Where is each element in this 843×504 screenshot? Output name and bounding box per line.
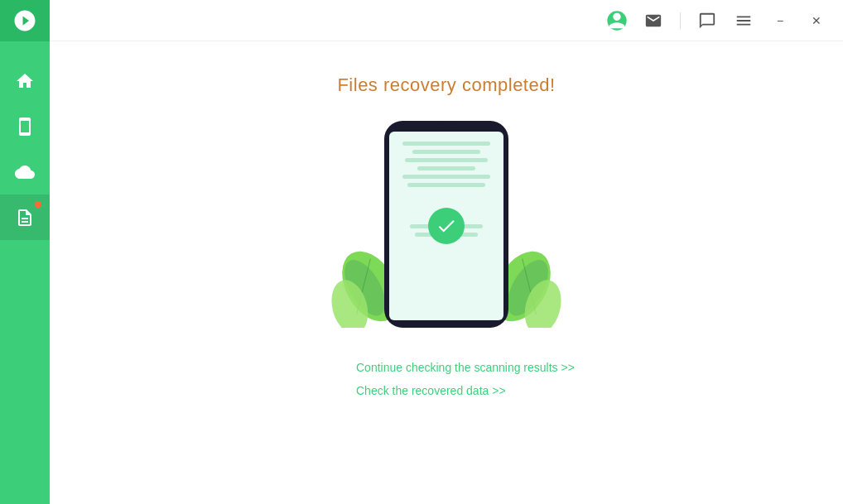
sidebar-item-device[interactable] [0, 103, 50, 149]
sidebar-item-home[interactable] [0, 58, 50, 103]
recovery-badge [35, 201, 41, 208]
sidebar [0, 0, 50, 504]
chat-button[interactable] [694, 7, 720, 34]
titlebar: − ✕ [50, 0, 843, 41]
app-logo [0, 0, 50, 41]
page-title: Files recovery completed! [337, 74, 555, 96]
divider [680, 12, 681, 29]
check-recovered-link[interactable]: Check the recovered data >> [356, 384, 506, 397]
screen-line-2 [412, 150, 481, 154]
user-avatar-button[interactable] [604, 7, 630, 34]
phone-illustration [355, 121, 537, 336]
sidebar-item-cloud[interactable] [0, 149, 50, 194]
minimize-button[interactable]: − [767, 7, 793, 34]
device-icon [15, 117, 35, 137]
content-area: Files recovery completed! [50, 41, 843, 504]
logo-icon [12, 8, 37, 33]
menu-button[interactable] [730, 7, 757, 34]
phone-screen [389, 132, 503, 320]
screen-line-3 [405, 158, 488, 162]
check-circle [428, 208, 465, 244]
screen-line-6 [407, 183, 485, 187]
menu-icon [735, 12, 753, 30]
continue-scanning-link[interactable]: Continue checking the scanning results >… [356, 361, 575, 374]
recovery-file-icon [15, 208, 35, 228]
titlebar-icons: − ✕ [604, 7, 830, 34]
close-button[interactable]: ✕ [803, 7, 830, 34]
sidebar-nav [0, 58, 50, 240]
main-area: − ✕ Files recovery completed! [50, 0, 843, 504]
check-icon [436, 215, 457, 237]
cloud-icon [15, 162, 35, 182]
home-icon [15, 71, 35, 91]
phone-notch [438, 124, 455, 129]
mail-icon [644, 12, 662, 30]
action-links: Continue checking the scanning results >… [50, 361, 843, 397]
mail-button[interactable] [640, 7, 667, 34]
chat-icon [698, 12, 716, 30]
phone-device [384, 121, 508, 328]
sidebar-item-recovery[interactable] [0, 194, 50, 240]
screen-line-5 [402, 175, 490, 179]
user-avatar-icon [605, 9, 629, 32]
screen-line-4 [417, 166, 476, 170]
screen-line-1 [402, 142, 490, 146]
